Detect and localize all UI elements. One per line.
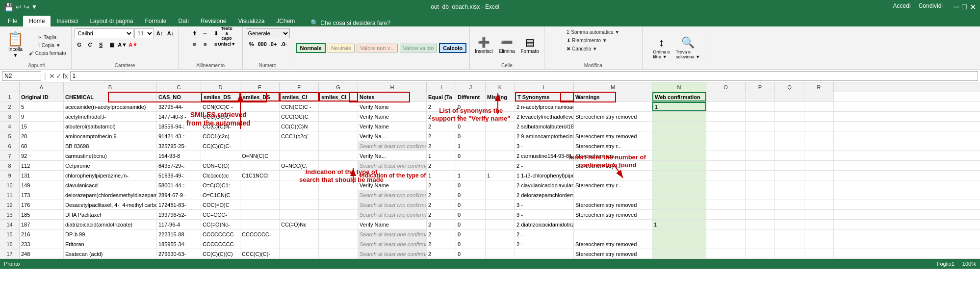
cell-D5[interactable]: CCC1(c2c(- xyxy=(201,131,240,141)
cell-R14[interactable] xyxy=(804,220,834,229)
cell-O1[interactable] xyxy=(706,92,746,101)
col-header-K[interactable]: K xyxy=(486,82,515,92)
cell-A7[interactable]: 92 xyxy=(20,151,64,160)
cell-F13[interactable] xyxy=(280,210,319,219)
cell-I11[interactable]: 2 xyxy=(427,190,456,200)
align-left-button[interactable]: ≡ xyxy=(189,39,199,49)
cell-R11[interactable] xyxy=(804,190,834,200)
cell-R10[interactable] xyxy=(804,180,834,190)
cell-F3[interactable]: CCC(OC(C xyxy=(280,112,319,121)
cell-M2[interactable] xyxy=(574,102,652,111)
cell-C17[interactable]: 276630-63- xyxy=(157,249,201,258)
cell-O8[interactable] xyxy=(706,161,746,170)
cell-D4[interactable]: CC(C)(C)N- xyxy=(201,122,240,131)
cell-B6[interactable]: BB 83698 xyxy=(64,141,157,151)
cell-E12[interactable] xyxy=(240,200,280,209)
cell-P12[interactable] xyxy=(746,200,775,209)
riempimento-button[interactable]: ⬇ Riempimento ▼ xyxy=(565,37,609,44)
cell-I12[interactable]: 2 xyxy=(427,200,456,209)
cell-D2[interactable]: CCN(CC)C - xyxy=(201,102,240,111)
align-top-button[interactable]: ⬆ xyxy=(189,28,199,38)
cell-R4[interactable] xyxy=(804,122,834,131)
cell-L3[interactable]: 2 levacetylmethadollevome xyxy=(515,112,574,121)
tab-revisione[interactable]: Revisione xyxy=(195,16,232,26)
cell-B9[interactable]: chlorophenylpiperazine,m- xyxy=(64,171,157,180)
cell-K13[interactable] xyxy=(486,210,515,219)
cell-C13[interactable]: 199796-52- xyxy=(157,210,201,219)
cell-D10[interactable]: O=C(O)C1: xyxy=(201,180,240,190)
cell-Q13[interactable] xyxy=(775,210,804,219)
cell-A14[interactable]: 187 xyxy=(20,220,64,229)
cell-E1[interactable]: smiles_DS xyxy=(240,92,280,101)
cell-J6[interactable]: 1 xyxy=(456,141,486,151)
cell-G11[interactable] xyxy=(319,190,358,200)
cell-D8[interactable]: CON=C(C( xyxy=(201,161,240,170)
tab-home[interactable]: Home xyxy=(23,16,51,26)
cell-Q15[interactable] xyxy=(775,229,804,239)
cell-L13[interactable]: 3 - xyxy=(515,210,574,219)
cell-H2[interactable]: Verify Name xyxy=(358,102,427,111)
align-center-button[interactable]: ≡ xyxy=(200,39,210,49)
cell-O6[interactable] xyxy=(706,141,746,151)
cell-G1[interactable]: smiles_Cl xyxy=(319,92,358,101)
cell-I10[interactable]: 2 xyxy=(427,180,456,190)
tab-jchem[interactable]: JChem xyxy=(270,16,301,26)
cell-I15[interactable]: 2 xyxy=(427,229,456,239)
cell-J16[interactable]: 0 xyxy=(456,239,486,249)
cell-H8[interactable]: Search at least one confirmation xyxy=(358,161,427,170)
cell-F14[interactable]: CC(=O)Nc xyxy=(280,220,319,229)
cell-G15[interactable] xyxy=(319,229,358,239)
cell-N17[interactable] xyxy=(652,249,706,258)
ordina-button[interactable]: ↕ Ordina efiltra ▼ xyxy=(651,35,672,60)
merge-button[interactable]: Unisci▼ xyxy=(222,39,232,49)
valore-non-valido-style[interactable]: Valore non v... xyxy=(357,44,397,52)
cell-N14[interactable]: 1 xyxy=(652,220,706,229)
align-middle-button[interactable]: ↔ xyxy=(200,28,210,38)
cell-Q1[interactable] xyxy=(775,92,804,101)
wrap-text-button[interactable]: Testo a capo xyxy=(222,28,232,38)
cell-M6[interactable]: Stereochemistry r... xyxy=(574,141,652,151)
cell-F8[interactable]: O=NCC(C: xyxy=(280,161,319,170)
cell-C4[interactable]: 18559-94-: xyxy=(157,122,201,131)
cell-M16[interactable]: Stereochemistry removed xyxy=(574,239,652,249)
cell-N5[interactable] xyxy=(652,131,706,141)
cell-C7[interactable]: 154-93-8 xyxy=(157,151,201,160)
cell-L7[interactable]: 2 carmustine154-93-81,3-bis - xyxy=(515,151,574,160)
cell-N6[interactable] xyxy=(652,141,706,151)
cell-R8[interactable] xyxy=(804,161,834,170)
cell-A6[interactable]: 60 xyxy=(20,141,64,151)
cell-G8[interactable] xyxy=(319,161,358,170)
font-family-select[interactable]: Calibri xyxy=(75,28,133,38)
cell-I16[interactable]: 2 xyxy=(427,239,456,249)
cell-P9[interactable] xyxy=(746,171,775,180)
cell-A10[interactable]: 149 xyxy=(20,180,64,190)
cell-N2[interactable]: 1 xyxy=(652,102,706,111)
cell-N1[interactable]: Web confirmation xyxy=(652,92,706,101)
cell-N10[interactable] xyxy=(652,180,706,190)
cell-C14[interactable]: 117-96-4 xyxy=(157,220,201,229)
cell-O4[interactable] xyxy=(706,122,746,131)
cell-R17[interactable] xyxy=(804,249,834,258)
cell-R2[interactable] xyxy=(804,102,834,111)
comma-button[interactable]: 000 xyxy=(258,39,267,49)
cell-B1[interactable]: CHEMICAL xyxy=(64,92,157,101)
tab-file[interactable]: File xyxy=(2,16,23,26)
cell-J17[interactable]: 0 xyxy=(456,249,486,258)
cell-O12[interactable] xyxy=(706,200,746,209)
cell-O14[interactable] xyxy=(706,220,746,229)
cell-K6[interactable] xyxy=(486,141,515,151)
insert-function-icon[interactable]: fx xyxy=(63,72,68,80)
cell-F7[interactable] xyxy=(280,151,319,160)
cell-P1[interactable] xyxy=(746,92,775,101)
cell-K10[interactable] xyxy=(486,180,515,190)
cell-R13[interactable] xyxy=(804,210,834,219)
cell-G7[interactable] xyxy=(319,151,358,160)
elimina-button[interactable]: ➖ Elimina xyxy=(497,35,517,55)
cell-M8[interactable]: Stereochemistry r... xyxy=(574,161,652,170)
cell-D9[interactable]: Clc1ccc(cc xyxy=(201,171,240,180)
col-header-C[interactable]: C xyxy=(157,82,201,92)
cell-E10[interactable] xyxy=(240,180,280,190)
cell-Q11[interactable] xyxy=(775,190,804,200)
cell-L6[interactable]: 3 - xyxy=(515,141,574,151)
italic-button[interactable]: C xyxy=(85,40,95,50)
